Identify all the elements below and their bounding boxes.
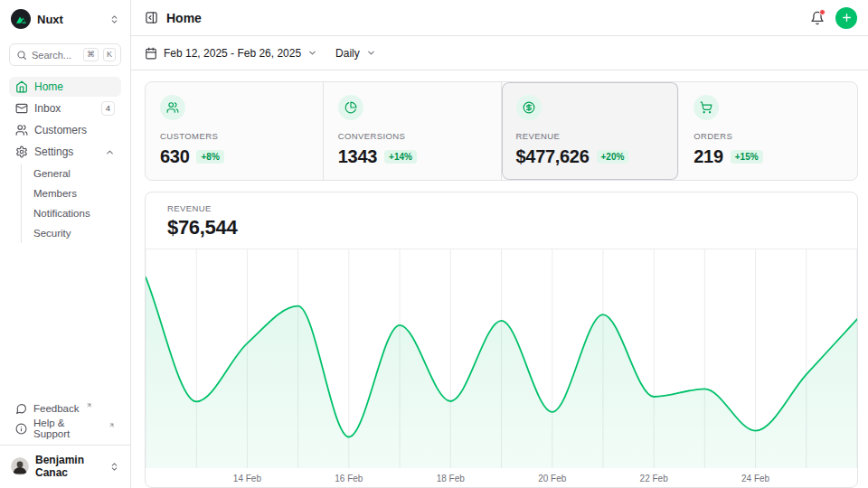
stat-card-customers[interactable]: CUSTOMERS 630 +8% [146, 82, 324, 180]
x-axis-tick: 22 Feb [640, 474, 668, 483]
stat-label: REVENUE [516, 131, 665, 141]
app-header: Home [131, 0, 868, 36]
inbox-count-badge: 4 [101, 101, 115, 115]
pie-chart-icon [338, 95, 363, 120]
help-support-link[interactable]: Help & Support [9, 418, 121, 438]
period-select[interactable]: Daily [335, 47, 376, 60]
user-menu[interactable]: Benjamin Canac [9, 446, 121, 481]
sidebar-item-label: Inbox [34, 102, 61, 115]
users-icon [15, 124, 28, 136]
settings-subnav: General Members Notifications Security [21, 164, 121, 243]
x-axis: 14 Feb16 Feb18 Feb20 Feb22 Feb24 Feb [146, 468, 857, 487]
calendar-icon [145, 47, 157, 60]
sidebar-collapse-button[interactable] [145, 11, 158, 24]
date-range-label: Feb 12, 2025 - Feb 26, 2025 [164, 47, 301, 60]
notifications-button[interactable] [810, 11, 825, 25]
x-axis-tick: 16 Feb [335, 474, 363, 483]
plus-icon [841, 12, 853, 23]
revenue-area-chart[interactable] [146, 249, 857, 468]
chat-bubble-icon [15, 403, 27, 415]
sidebar-item-notifications[interactable]: Notifications [22, 203, 121, 223]
sidebar-item-security[interactable]: Security [22, 223, 121, 243]
stats-row: CUSTOMERS 630 +8% CONVERSIONS 1343 +14% … [145, 81, 858, 181]
new-item-button[interactable] [835, 7, 857, 29]
search-placeholder: Search... [32, 50, 79, 61]
sidebar-item-members[interactable]: Members [22, 183, 121, 203]
chevrons-up-down-icon [109, 462, 119, 472]
stat-value: 219 [693, 146, 722, 167]
page-content: CUSTOMERS 630 +8% CONVERSIONS 1343 +14% … [131, 70, 868, 488]
external-link-icon [86, 402, 92, 408]
panel-left-close-icon [145, 11, 158, 24]
delta-badge: +8% [196, 150, 223, 164]
chart-header: REVENUE $76,544 [146, 192, 857, 249]
nuxt-logo-icon [11, 9, 31, 29]
stat-card-revenue[interactable]: REVENUE $477,626 +20% [502, 82, 680, 180]
sidebar-item-label: Customers [34, 124, 87, 136]
search-icon [16, 50, 27, 61]
stat-value: 630 [160, 146, 189, 167]
revenue-chart-panel: REVENUE $76,544 14 Feb16 Feb18 Feb20 [145, 192, 858, 488]
dollar-circle-icon [516, 95, 542, 120]
chevron-down-icon [307, 48, 317, 58]
sidebar-item-customers[interactable]: Customers [9, 120, 121, 140]
sidebar: Nuxt Search... ⌘ K Home Inbox 4 Customer… [0, 0, 131, 488]
sidebar-item-general[interactable]: General [22, 164, 121, 183]
chevron-down-icon [366, 48, 376, 58]
feedback-link[interactable]: Feedback [9, 399, 121, 418]
stat-label: ORDERS [693, 131, 843, 141]
info-circle-icon [15, 423, 27, 435]
sidebar-spacer [9, 243, 121, 399]
sidebar-item-settings[interactable]: Settings [9, 142, 121, 162]
stat-value: $477,626 [516, 146, 590, 167]
chart-current-value: $76,544 [167, 216, 835, 239]
users-icon [160, 95, 185, 120]
chevron-up-icon [105, 147, 115, 157]
sidebar-item-home[interactable]: Home [9, 77, 121, 97]
cart-icon [693, 95, 719, 120]
main-area: Home Feb 12, 2025 - Feb 26, 2025 Daily [131, 0, 868, 488]
x-axis-tick: 20 Feb [538, 474, 566, 483]
footer-link-label: Help & Support [33, 418, 102, 439]
search-input[interactable]: Search... ⌘ K [9, 43, 121, 66]
mail-icon [15, 102, 28, 115]
date-range-picker[interactable]: Feb 12, 2025 - Feb 26, 2025 [145, 47, 317, 60]
avatar [11, 457, 29, 475]
chart-svg [146, 249, 857, 468]
stat-card-orders[interactable]: ORDERS 219 +15% [679, 82, 857, 180]
kbd-cmd: ⌘ [83, 48, 99, 61]
x-axis-tick: 14 Feb [233, 474, 261, 483]
period-label: Daily [335, 47, 360, 60]
sidebar-item-label: Home [34, 80, 63, 93]
chart-title: REVENUE [167, 203, 835, 213]
x-axis-tick: 18 Feb [437, 474, 465, 483]
sidebar-item-label: Settings [34, 145, 73, 158]
workspace-switcher[interactable]: Nuxt [9, 7, 121, 31]
x-axis-tick: 24 Feb [741, 474, 769, 483]
stat-label: CONVERSIONS [338, 131, 486, 141]
gear-icon [15, 145, 28, 158]
stat-label: CUSTOMERS [160, 131, 308, 141]
notification-dot [819, 9, 826, 15]
sidebar-item-inbox[interactable]: Inbox 4 [9, 99, 121, 118]
footer-link-label: Feedback [33, 403, 80, 414]
external-link-icon [108, 422, 115, 428]
delta-badge: +15% [731, 150, 763, 164]
chevrons-up-down-icon [109, 14, 119, 24]
page-title: Home [166, 11, 202, 25]
stat-value: 1343 [338, 146, 377, 167]
stat-card-conversions[interactable]: CONVERSIONS 1343 +14% [324, 82, 502, 180]
home-icon [15, 80, 28, 93]
delta-badge: +20% [597, 150, 629, 164]
filter-toolbar: Feb 12, 2025 - Feb 26, 2025 Daily [131, 36, 868, 70]
workspace-name: Nuxt [37, 13, 63, 26]
delta-badge: +14% [384, 150, 417, 164]
sidebar-nav: Home Inbox 4 Customers Settings General … [9, 77, 121, 243]
kbd-k: K [103, 48, 116, 61]
user-name: Benjamin Canac [35, 454, 103, 479]
